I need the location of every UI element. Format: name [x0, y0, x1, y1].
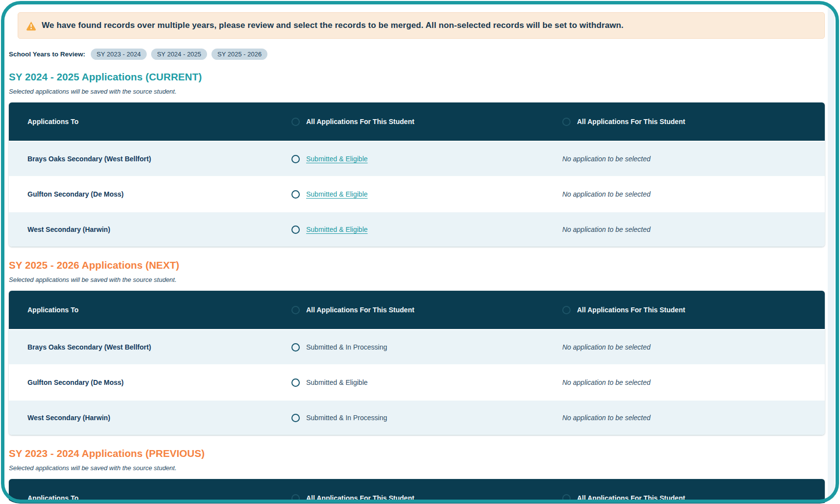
- warning-banner-text: We have found records over multiple year…: [42, 21, 624, 30]
- select-all-label: All Applications For This Student: [306, 118, 414, 126]
- vertical-scrollbar[interactable]: [828, 5, 835, 499]
- application-radio[interactable]: [291, 190, 300, 199]
- application-status-link[interactable]: Submitted & Eligible: [306, 190, 368, 198]
- table-header-row: Applications ToAll Applications For This…: [9, 291, 825, 329]
- school-name: Gulfton Secondary (De Moss): [9, 190, 291, 198]
- application-radio[interactable]: [291, 155, 300, 163]
- school-year-pill: SY 2023 - 2024: [91, 49, 147, 60]
- school-name: West Secondary (Harwin): [9, 414, 291, 422]
- select-all-label: All Applications For This Student: [577, 118, 685, 126]
- select-all-header: All Applications For This Student: [562, 494, 825, 503]
- applications-table: Applications ToAll Applications For This…: [9, 102, 825, 247]
- select-all-header: All Applications For This Student: [291, 306, 562, 314]
- select-all-radio[interactable]: [562, 306, 571, 314]
- warning-banner: We have found records over multiple year…: [18, 12, 825, 39]
- select-all-radio[interactable]: [291, 306, 300, 314]
- application-status-link[interactable]: Submitted & Eligible: [306, 155, 368, 163]
- school-name: Gulfton Secondary (De Moss): [9, 378, 291, 386]
- school-year-pill: SY 2025 - 2026: [211, 49, 267, 60]
- applications-to-header: Applications To: [9, 306, 291, 314]
- select-all-radio[interactable]: [562, 494, 571, 503]
- application-status-cell: Submitted & Eligible: [291, 155, 562, 163]
- application-radio[interactable]: [291, 226, 300, 234]
- section-subtitle: Selected applications will be saved with…: [9, 276, 825, 283]
- no-application-text: No application to be selected: [562, 343, 825, 351]
- select-all-radio[interactable]: [562, 118, 571, 126]
- applications-to-header: Applications To: [9, 494, 291, 502]
- application-row: Brays Oaks Secondary (West Bellfort)Subm…: [9, 329, 825, 364]
- applications-to-header: Applications To: [9, 118, 291, 126]
- application-status-cell: Submitted & Eligible: [291, 190, 562, 199]
- merge-records-page: We have found records over multiple year…: [0, 0, 840, 504]
- school-years-row: School Years to Review: SY 2023 - 2024 S…: [9, 48, 825, 60]
- no-application-text: No application to be selected: [562, 226, 825, 233]
- application-status-cell: Submitted & Eligible: [291, 378, 562, 387]
- section-subtitle: Selected applications will be saved with…: [9, 464, 825, 472]
- school-name: Brays Oaks Secondary (West Bellfort): [9, 343, 291, 351]
- table-header-row: Applications ToAll Applications For This…: [9, 102, 825, 141]
- application-status-text: Submitted & In Processing: [306, 414, 387, 422]
- applications-table: Applications ToAll Applications For This…: [9, 479, 825, 504]
- section-subtitle: Selected applications will be saved with…: [9, 88, 825, 95]
- select-all-header: All Applications For This Student: [291, 494, 562, 503]
- page-content: We have found records over multiple year…: [9, 0, 825, 504]
- select-all-header: All Applications For This Student: [562, 118, 825, 126]
- select-all-label: All Applications For This Student: [306, 306, 414, 314]
- application-row: Gulfton Secondary (De Moss)Submitted & E…: [9, 176, 825, 211]
- application-row: West Secondary (Harwin)Submitted & Eligi…: [9, 211, 825, 247]
- school-name: Brays Oaks Secondary (West Bellfort): [9, 155, 291, 163]
- select-all-label: All Applications For This Student: [577, 494, 685, 502]
- applications-sections: SY 2024 - 2025 Applications (CURRENT)Sel…: [9, 71, 825, 504]
- application-row: Gulfton Secondary (De Moss)Submitted & E…: [9, 364, 825, 400]
- application-status-cell: Submitted & Eligible: [291, 226, 562, 234]
- select-all-label: All Applications For This Student: [306, 494, 414, 502]
- section-title: SY 2025 - 2026 Applications (NEXT): [9, 259, 825, 271]
- application-row: Brays Oaks Secondary (West Bellfort)Subm…: [9, 141, 825, 176]
- applications-section: SY 2025 - 2026 Applications (NEXT)Select…: [9, 259, 825, 435]
- school-year-pill: SY 2024 - 2025: [151, 49, 207, 60]
- application-radio[interactable]: [291, 414, 300, 422]
- applications-table: Applications ToAll Applications For This…: [9, 291, 825, 435]
- no-application-text: No application to be selected: [562, 414, 825, 422]
- applications-section: SY 2024 - 2025 Applications (CURRENT)Sel…: [9, 71, 825, 247]
- no-application-text: No application to be selected: [562, 378, 825, 386]
- school-name: West Secondary (Harwin): [9, 226, 291, 233]
- no-application-text: No application to be selected: [562, 190, 825, 198]
- warning-triangle-icon: [26, 21, 36, 31]
- school-years-label: School Years to Review:: [9, 50, 85, 58]
- application-row: West Secondary (Harwin)Submitted & In Pr…: [9, 400, 825, 435]
- section-title: SY 2024 - 2025 Applications (CURRENT): [9, 71, 825, 83]
- application-status-link[interactable]: Submitted & Eligible: [306, 226, 368, 233]
- select-all-radio[interactable]: [291, 494, 300, 503]
- section-title: SY 2023 - 2024 Applications (PREVIOUS): [9, 448, 825, 459]
- select-all-label: All Applications For This Student: [577, 306, 685, 314]
- application-status-cell: Submitted & In Processing: [291, 414, 562, 422]
- select-all-header: All Applications For This Student: [291, 118, 562, 126]
- application-status-text: Submitted & Eligible: [306, 378, 368, 386]
- no-application-text: No application to be selected: [562, 155, 825, 163]
- select-all-radio[interactable]: [291, 118, 300, 126]
- applications-section: SY 2023 - 2024 Applications (PREVIOUS)Se…: [9, 448, 825, 504]
- application-radio[interactable]: [291, 378, 300, 387]
- application-status-text: Submitted & In Processing: [306, 343, 387, 351]
- select-all-header: All Applications For This Student: [562, 306, 825, 314]
- table-header-row: Applications ToAll Applications For This…: [9, 479, 825, 504]
- application-radio[interactable]: [291, 343, 300, 352]
- application-status-cell: Submitted & In Processing: [291, 343, 562, 352]
